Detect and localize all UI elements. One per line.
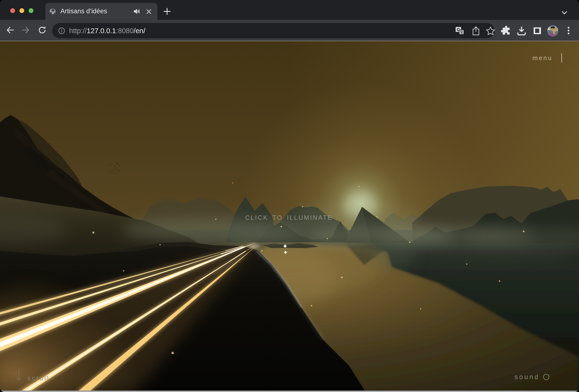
svg-text:menu: menu xyxy=(532,54,553,61)
svg-text:CLICK TO ILLUMINATE: CLICK TO ILLUMINATE xyxy=(245,214,333,221)
svg-text:scroll: scroll xyxy=(27,375,50,382)
svg-text:sound: sound xyxy=(514,373,540,381)
